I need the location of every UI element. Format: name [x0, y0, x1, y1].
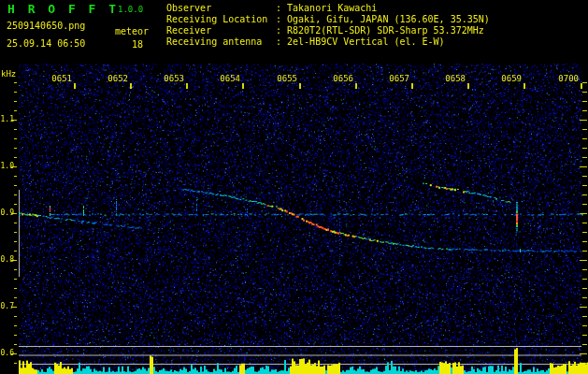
app-title: H R O F F T	[7, 3, 119, 15]
datetime-label: 25.09.14 06:50	[7, 39, 85, 49]
info-row: Receiving antenna: 2el-HB9CV Vertical (e…	[166, 37, 490, 49]
freq-tick-label: 0.9	[0, 209, 14, 217]
station-info-block: Observer: Takanori KawachiReceiving Loca…	[166, 4, 490, 49]
time-tick-label: 0653	[160, 75, 184, 83]
info-label: Observer	[166, 4, 276, 13]
freq-tick-label: 0.6	[0, 350, 14, 357]
info-label: Receiving Location	[166, 15, 276, 24]
time-tick-label: 0651	[48, 75, 72, 83]
time-tick-label: 0700	[554, 75, 579, 83]
time-tick-label: 0656	[329, 75, 353, 83]
time-tick-label: 0657	[385, 75, 409, 83]
hrofft-window: H R O F F T 1.0.0 2509140650.png meteor …	[0, 0, 588, 374]
spectrogram-canvas	[0, 0, 588, 374]
output-filename: 2509140650.png	[7, 22, 85, 31]
freq-tick-label: 1.1	[0, 116, 14, 123]
freq-tick-label: 0.8	[0, 256, 14, 264]
freq-axis-unit-label: kHz	[1, 70, 16, 79]
mode-label: meteor	[115, 27, 149, 36]
info-label: Receiving antenna	[166, 37, 276, 47]
time-tick-label: 0659	[497, 75, 522, 83]
time-tick-label: 0655	[273, 75, 297, 83]
time-tick-label: 0652	[104, 75, 128, 83]
time-tick-label: 0654	[216, 75, 240, 83]
info-label: Receiver	[166, 26, 276, 36]
app-version: 1.0.0	[118, 6, 143, 14]
freq-tick-label: 1.0	[0, 163, 14, 170]
echo-count: 18	[132, 40, 143, 50]
freq-tick-label: 0.7	[0, 303, 14, 310]
time-tick-label: 0658	[441, 75, 466, 83]
